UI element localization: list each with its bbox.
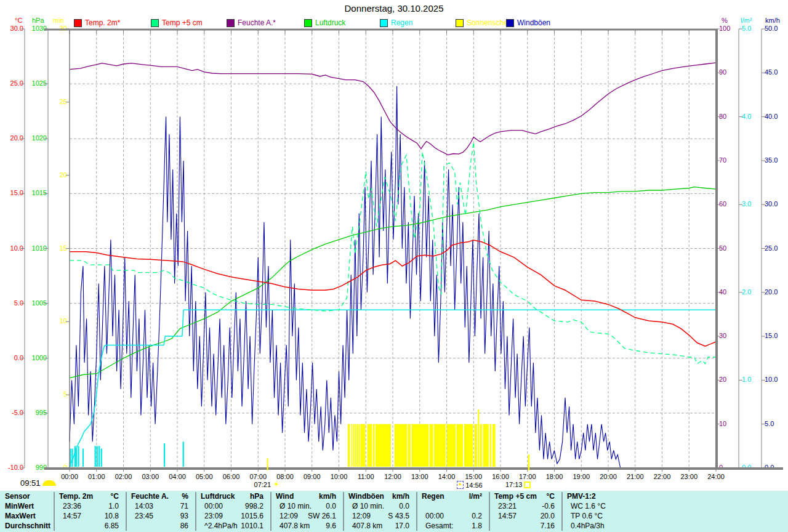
rain-tick	[98, 446, 100, 467]
rain-tick	[164, 443, 165, 467]
sunset-icon	[524, 482, 531, 488]
sunshine-bar	[355, 424, 356, 467]
sunshine-bar	[395, 424, 408, 467]
x-axis-label: 17:00	[514, 473, 541, 480]
x-axis-label: 00:00	[56, 473, 83, 480]
table-cell-value: -0.6	[489, 502, 555, 511]
table-header-unit: l/m²	[417, 492, 482, 501]
x-axis-label: 18:00	[541, 473, 568, 480]
sun-icon: ☀	[273, 482, 280, 488]
sunshine-bar	[353, 424, 355, 467]
sunshine-bar	[408, 424, 411, 467]
x-axis-label: 11:00	[352, 473, 379, 480]
table-cell-value: 1015.6	[196, 512, 263, 521]
sunshine-bar	[475, 424, 477, 467]
table-header-unit: hPa	[196, 492, 263, 501]
x-axis-label: 01:00	[83, 473, 110, 480]
x-axis-label: 22:00	[649, 473, 676, 480]
table-header-0: Sensor	[5, 492, 30, 501]
rain-tick	[78, 446, 79, 467]
sunshine-bar	[358, 424, 360, 467]
table-cell-value: 17.0	[344, 522, 409, 531]
sunshine-bar	[490, 424, 492, 467]
sunshine-bar	[367, 424, 372, 467]
sunrise-marker: 07:21☀	[254, 481, 280, 488]
table-header-unit: km/h	[271, 492, 336, 501]
rain-tick	[74, 446, 76, 467]
table-cell-value: S 43.5	[344, 512, 409, 521]
table-header-unit: °C	[489, 492, 555, 501]
table-header-unit: °C	[54, 492, 119, 501]
plot-area	[0, 0, 788, 491]
table-cell-value: 7.16	[489, 522, 555, 531]
sunset-time: 17:13	[505, 481, 523, 488]
sunshine-bar	[434, 424, 446, 467]
sun-elevation-icon	[457, 481, 464, 489]
table-cell-value: 1.0	[54, 502, 119, 511]
table-cell-value: 0.2	[417, 512, 482, 521]
rain-tick	[97, 446, 98, 467]
sunshine-bar	[361, 424, 366, 467]
sunshine-bar	[478, 409, 479, 467]
weather-station-screen: Donnerstag, 30.10.2025 Temp. 2m*Temp +5 …	[0, 0, 788, 532]
half-sun-icon	[42, 480, 56, 486]
sunshine-bar	[483, 424, 489, 467]
table-cell-value: 6.85	[54, 522, 119, 531]
summary-table: SensorMinWertMaxWertDurchschnittTemp. 2m…	[0, 491, 788, 532]
table-header-unit: km/h	[344, 492, 409, 501]
noon-marker: 14:56	[457, 481, 483, 489]
table-cell: Durchschnitt	[5, 522, 50, 531]
sunshine-bar	[352, 424, 353, 467]
table-cell: MinWert	[5, 502, 34, 511]
sunshine-bar	[376, 424, 391, 467]
x-axis-label: 24:00	[702, 473, 730, 480]
table-cell-value: 9.6	[271, 522, 336, 531]
sunshine-bar	[412, 424, 429, 467]
sunshine-bar	[464, 424, 473, 467]
table-cell-value: 1010.1	[196, 522, 263, 531]
rain-tick	[95, 446, 96, 467]
x-axis-label: 16:00	[487, 473, 514, 480]
sunshine-bar	[356, 424, 358, 467]
table-cell-value: SW 26.1	[271, 512, 336, 521]
x-axis-label: 23:00	[675, 473, 702, 480]
rain-tick	[76, 449, 77, 467]
x-axis-label: 03:00	[137, 473, 164, 480]
table-cell-value: 0.0	[344, 502, 409, 511]
x-axis-label: 12:00	[379, 473, 406, 480]
x-axis-label: 13:00	[406, 473, 433, 480]
x-axis-label: 21:00	[622, 473, 649, 480]
table-cell-value: 1.8	[417, 522, 482, 531]
day-length-marker: 09:51	[20, 478, 56, 488]
table-cell-value: 998.2	[196, 502, 263, 511]
table-cell-value: 20.0	[489, 512, 555, 521]
table-cell-value: 86	[126, 522, 188, 531]
rain-tick	[101, 449, 102, 467]
sunset-marker: 17:13	[505, 481, 531, 488]
sunshine-bar	[430, 424, 433, 467]
x-axis-label: 20:00	[595, 473, 622, 480]
sunshine-bar	[373, 424, 375, 467]
table-cell: WC 1.6 °C	[571, 502, 606, 511]
x-axis-label: 04:00	[164, 473, 191, 480]
rain-tick	[183, 441, 184, 467]
table-column-separator	[561, 492, 563, 531]
table-header-8: PMV-1:2	[567, 492, 596, 501]
sunshine-bar	[492, 424, 496, 467]
x-axis-label: 19:00	[568, 473, 595, 480]
sunshine-bar	[480, 424, 482, 467]
rain-tick	[71, 449, 73, 467]
x-axis-label: 07:00	[244, 473, 271, 480]
table-header-unit: %	[126, 492, 188, 501]
rain-tick	[82, 449, 84, 467]
sunshine-bar	[447, 424, 456, 467]
day-length-value: 09:51	[20, 478, 41, 488]
table-cell-value: 10.8	[54, 512, 119, 521]
table-cell: MaxWert	[5, 512, 36, 521]
table-cell-value: 0.0	[271, 502, 336, 511]
x-axis-label: 10:00	[326, 473, 353, 480]
sunshine-bar	[348, 424, 350, 467]
table-cell: TP 0.6 °C	[571, 512, 603, 521]
x-axis-label: 05:00	[191, 473, 218, 480]
x-axis-label: 15:00	[460, 473, 487, 480]
